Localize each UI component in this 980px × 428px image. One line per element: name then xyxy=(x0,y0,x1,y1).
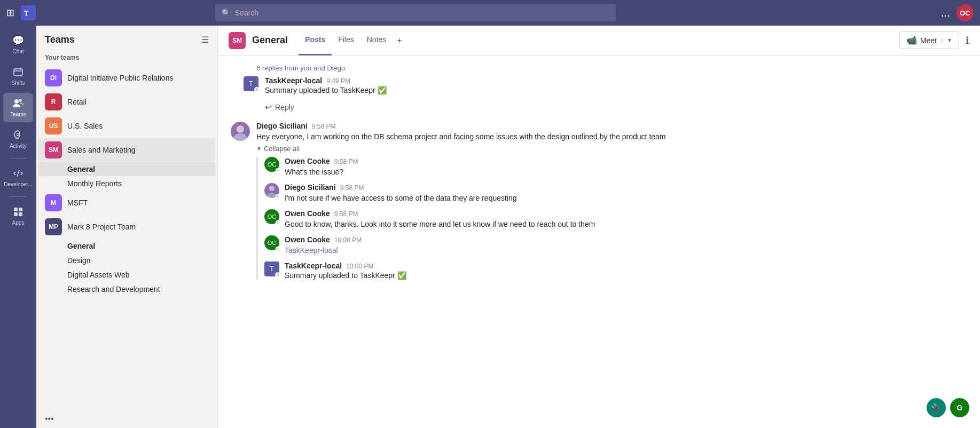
bot-message-1-header: TaskKeepr-local 9:49 PM xyxy=(265,76,967,85)
activity-icon xyxy=(12,129,25,141)
collapse-chevron-icon: ▼ xyxy=(256,146,262,152)
thread-replies: OC Owen Cooke 9:58 PM What's the issue? xyxy=(256,157,967,280)
apps-grid-icon[interactable]: ⊞ xyxy=(6,7,14,19)
thread-reply-2-header: Diego Siciliani 9:58 PM xyxy=(285,183,517,192)
sidebar-divider xyxy=(10,158,27,158)
svg-rect-2 xyxy=(14,69,22,76)
oc-status-1 xyxy=(276,168,280,172)
reply-button[interactable]: ↩ Reply xyxy=(231,99,967,115)
chat-header: SM General Posts Files Notes + 📹 Meet ▼ … xyxy=(218,26,980,56)
channel-item-monthly-reports[interactable]: Monthly Reports xyxy=(38,177,215,191)
oc-avatar-3: OC xyxy=(264,209,279,224)
tab-notes[interactable]: Notes xyxy=(360,26,393,56)
g-icon-btn[interactable]: G xyxy=(950,398,969,417)
team-avatar-ussales: US xyxy=(45,117,62,134)
team-item-retail[interactable]: R Retail ••• xyxy=(38,90,215,114)
replies-link[interactable]: 6 replies from you and Diego xyxy=(256,64,967,72)
svg-point-17 xyxy=(269,186,275,191)
thread-author-3: Owen Cooke xyxy=(285,209,330,218)
filter-icon[interactable]: ☰ xyxy=(201,35,209,45)
svg-rect-11 xyxy=(14,208,18,211)
sidebar-divider-2 xyxy=(10,196,27,197)
sidebar-item-apps[interactable]: Apps xyxy=(3,201,33,231)
meet-button[interactable]: 📹 Meet ▼ xyxy=(899,31,959,49)
sidebar-item-shifts[interactable]: Shifts xyxy=(3,61,33,91)
reply-arrow-icon: ↩ xyxy=(265,102,272,112)
thread-author-4: Owen Cooke xyxy=(285,235,330,244)
plugin-icon-btn[interactable]: 🔌 xyxy=(927,398,946,417)
team-item-msft[interactable]: M MSFT ••• xyxy=(38,191,215,215)
thread-text-4[interactable]: TaskKeepr-local xyxy=(285,245,362,256)
bot-author-2: TaskKeepr-local xyxy=(285,261,342,270)
info-icon[interactable]: ℹ xyxy=(966,35,969,46)
thread-reply-1-header: Owen Cooke 9:58 PM xyxy=(285,157,358,165)
team-item-mark8[interactable]: MP Mark 8 Project Team ••• xyxy=(38,215,215,239)
thread-text-1: What's the issue? xyxy=(285,167,358,178)
oc-avatar-1: OC xyxy=(264,157,279,172)
sidebar-item-activity[interactable]: Activity xyxy=(3,124,33,154)
thread-reply-1-content: Owen Cooke 9:58 PM What's the issue? xyxy=(285,157,358,178)
channel-item-general-mark8[interactable]: General xyxy=(38,239,215,253)
sidebar-item-developer[interactable]: Developer... xyxy=(3,163,33,192)
diego-avatar xyxy=(231,122,250,141)
diego-author: Diego Siciliani xyxy=(256,122,308,130)
thread-author-1: Owen Cooke xyxy=(285,157,330,165)
channel-item-rd[interactable]: Research and Development xyxy=(38,282,215,296)
team-avatar-sm: SM xyxy=(45,141,62,158)
team-item-sm[interactable]: SM Sales and Marketing ••• xyxy=(38,138,215,162)
chat-messages[interactable]: 6 replies from you and Diego T TaskKeepr… xyxy=(218,56,980,428)
team-name-ussales: U.S. Sales xyxy=(67,122,194,130)
more-options-icon[interactable]: ... xyxy=(941,7,950,19)
channel-item-general-sm[interactable]: General xyxy=(38,162,215,176)
teams-panel-header: Teams ☰ xyxy=(36,26,217,50)
thread-reply-2: Diego Siciliani 9:58 PM I'm not sure if … xyxy=(264,183,967,204)
bot-message-2-header: TaskKeepr-local 10:00 PM xyxy=(285,261,406,270)
svg-text:T: T xyxy=(24,9,29,18)
oc-status-3 xyxy=(276,220,280,225)
team-item-dipr[interactable]: Di Digital Initiative Public Relations •… xyxy=(38,66,215,90)
search-icon: 🔍 xyxy=(222,9,231,17)
svg-point-16 xyxy=(234,133,247,141)
svg-line-10 xyxy=(17,170,19,177)
your-teams-label: Your teams xyxy=(36,50,217,64)
svg-point-7 xyxy=(19,99,22,102)
ds-status-2 xyxy=(276,194,280,199)
channel-avatar: SM xyxy=(229,32,246,49)
tab-files[interactable]: Files xyxy=(332,26,360,56)
channel-item-design[interactable]: Design xyxy=(38,253,215,267)
tab-posts[interactable]: Posts xyxy=(299,26,332,56)
teams-list: Di Digital Initiative Public Relations •… xyxy=(36,64,217,410)
team-name-mark8: Mark 8 Project Team xyxy=(67,223,194,231)
svg-point-6 xyxy=(14,99,19,104)
channel-item-digital-assets[interactable]: Digital Assets Web xyxy=(38,268,215,282)
team-name-retail: Retail xyxy=(67,98,194,106)
bot-time-2: 10:00 PM xyxy=(346,263,373,270)
teams-icon xyxy=(12,97,25,110)
team-avatar-mark8: MP xyxy=(45,218,62,235)
chat-area: SM General Posts Files Notes + 📹 Meet ▼ … xyxy=(218,26,980,428)
replies-section: 6 replies from you and Diego xyxy=(256,64,967,72)
oc-status-4 xyxy=(276,247,280,251)
tab-add[interactable]: + xyxy=(393,26,406,56)
more-teams-dots[interactable]: ••• xyxy=(36,410,217,428)
teams-panel-title: Teams xyxy=(45,34,75,45)
team-avatar-dipr: Di xyxy=(45,69,62,86)
collapse-all[interactable]: ▼ Collapse all xyxy=(256,145,967,153)
team-item-ussales[interactable]: US U.S. Sales ••• xyxy=(38,114,215,138)
meet-label: Meet xyxy=(920,36,937,45)
bot-avatar-wrap-2: T xyxy=(264,261,279,276)
user-avatar[interactable]: OC xyxy=(957,4,974,21)
video-icon: 📹 xyxy=(906,35,917,45)
search-bar[interactable]: 🔍 xyxy=(215,4,616,21)
bot-message-2-wrap: T TaskKeepr-local 10:00 PM Summary uploa… xyxy=(264,261,967,280)
search-input[interactable] xyxy=(235,9,609,17)
sidebar-item-chat[interactable]: 💬 Chat xyxy=(3,30,33,59)
sidebar-item-teams[interactable]: Teams xyxy=(3,93,33,122)
meet-chevron-icon[interactable]: ▼ xyxy=(942,37,952,43)
thread-time-4: 10:00 PM xyxy=(334,236,362,244)
chat-icon: 💬 xyxy=(12,34,25,47)
thread-reply-4: OC Owen Cooke 10:00 PM TaskKeepr-local xyxy=(264,235,967,256)
bot-author-1: TaskKeepr-local xyxy=(265,76,322,85)
oc-initials-1: OC xyxy=(268,161,277,168)
diego-time: 9:58 PM xyxy=(312,123,336,130)
